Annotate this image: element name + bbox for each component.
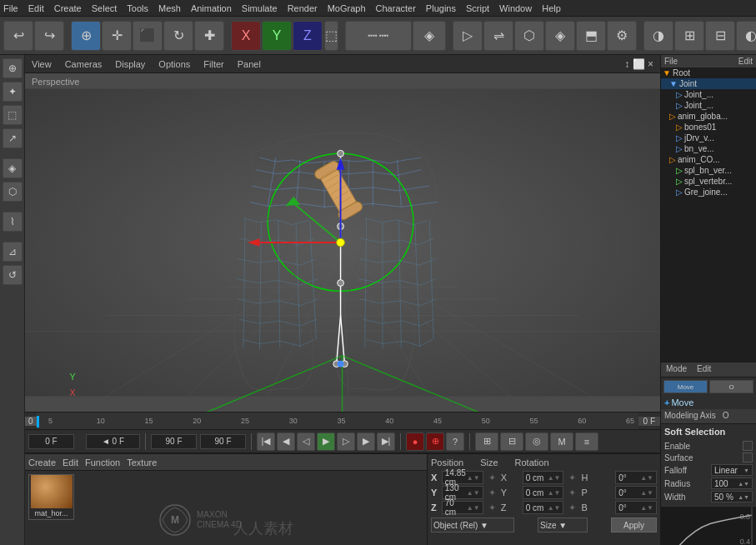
motion-button[interactable]: M	[550, 432, 573, 451]
frame-group-button[interactable]: ▪▪▪▪ ▪▪▪▪	[345, 21, 412, 51]
render-btn2[interactable]: ⇌	[483, 21, 513, 51]
max-frame-field[interactable]: 90 F	[151, 434, 197, 449]
menu-animation[interactable]: Animation	[191, 3, 232, 13]
tree-item-bones[interactable]: ▷ bones01	[661, 122, 756, 132]
keyframe-button[interactable]: ◈	[413, 21, 446, 51]
width-field[interactable]: 50 % ▲▼	[711, 491, 753, 502]
view-menu[interactable]: View	[28, 59, 55, 69]
panel-menu[interactable]: Panel	[234, 59, 264, 69]
menu-render[interactable]: Render	[288, 3, 318, 13]
y-size-field[interactable]: 0 cm▲▼	[523, 486, 564, 499]
enable-checkbox[interactable]	[743, 441, 753, 451]
snap-button[interactable]: ⊞	[475, 432, 498, 451]
tree-item-joint2[interactable]: ▷ Joint_...	[661, 89, 756, 100]
min-frame-field[interactable]: ◄ 0 F	[86, 434, 140, 449]
left-tool-3[interactable]: ⬚	[3, 105, 23, 125]
move-mode-btn[interactable]: Move	[663, 380, 708, 393]
menu-edit[interactable]: Edit	[28, 3, 44, 13]
select-tool-button[interactable]: ⊕	[71, 21, 101, 51]
surface-checkbox[interactable]	[743, 452, 753, 462]
x-pos-field[interactable]: 14.85 cm▲▼	[442, 471, 483, 484]
tree-item-gre[interactable]: ▷ Gre_joine...	[661, 187, 756, 198]
mat-tab-function[interactable]: Function	[85, 458, 120, 468]
tree-item-jdrv[interactable]: ▷ jDrv_v...	[661, 132, 756, 143]
render-btn6[interactable]: ⚙	[607, 21, 637, 51]
left-tool-2[interactable]: ✦	[3, 82, 23, 102]
tree-item-joint[interactable]: ▼ Joint	[661, 78, 756, 89]
menu-script[interactable]: Script	[466, 3, 489, 13]
left-tool-8[interactable]: ⊿	[3, 242, 23, 262]
tree-item-spl2[interactable]: ▷ spl_vertebr...	[661, 176, 756, 187]
apply-button[interactable]: Apply	[611, 518, 657, 532]
left-tool-5[interactable]: ◈	[3, 158, 23, 178]
menu-create[interactable]: Create	[54, 3, 82, 13]
left-tool-6[interactable]: ⬡	[3, 182, 23, 202]
extra-btn[interactable]: ≡	[575, 432, 598, 451]
menu-character[interactable]: Character	[376, 3, 416, 13]
render-btn3[interactable]: ⬡	[514, 21, 544, 51]
next-frame-button[interactable]: ▶	[357, 432, 375, 451]
falloff-dropdown[interactable]: Linear ▼	[711, 464, 753, 476]
menu-tools[interactable]: Tools	[127, 3, 148, 13]
auto-key-button[interactable]: ⊕	[426, 432, 444, 451]
display-btn2[interactable]: ⊞	[674, 21, 704, 51]
y-axis-button[interactable]: Y	[262, 21, 292, 51]
menu-plugins[interactable]: Plugins	[426, 3, 456, 13]
rotate-mode-btn[interactable]: O	[709, 380, 753, 393]
y-pos-field[interactable]: 130 cm▲▼	[442, 486, 483, 499]
current-frame-field[interactable]: 0 F	[28, 434, 74, 449]
all-tool-button[interactable]: ✚	[194, 21, 224, 51]
scale-tool-button[interactable]: ⬛	[133, 21, 163, 51]
scene-file-label[interactable]: File	[664, 57, 678, 66]
props-tab-mode[interactable]: Mode	[661, 362, 692, 377]
undo-button[interactable]: ↩	[3, 21, 33, 51]
redo-button[interactable]: ↪	[34, 21, 64, 51]
modeling-axis-label[interactable]: Modeling Axis	[661, 409, 719, 423]
play-button[interactable]: ▶	[317, 432, 335, 451]
go-end-button[interactable]: ▶|	[377, 432, 395, 451]
object-rel-dropdown[interactable]: Object (Rel) ▼	[431, 518, 514, 532]
menu-window[interactable]: Window	[499, 3, 532, 13]
record-button[interactable]: ●	[406, 432, 424, 451]
render-btn5[interactable]: ⬒	[576, 21, 606, 51]
mat-tab-create[interactable]: Create	[28, 458, 56, 468]
menu-mograph[interactable]: MoGraph	[328, 3, 366, 13]
rotate-tool-button[interactable]: ↻	[163, 21, 193, 51]
x-size-field[interactable]: 0 cm▲▼	[523, 471, 564, 484]
display-btn1[interactable]: ◑	[643, 21, 673, 51]
render-preview-button[interactable]: ◎	[525, 432, 548, 451]
left-tool-1[interactable]: ⊕	[3, 58, 23, 78]
display-menu[interactable]: Display	[112, 59, 148, 69]
x-axis-button[interactable]: X	[231, 21, 261, 51]
layers-button[interactable]: ⊟	[500, 432, 523, 451]
move-tool-button[interactable]: ✛	[102, 21, 132, 51]
tree-item-root[interactable]: ▼ Root	[661, 68, 756, 78]
left-tool-4[interactable]: ↗	[3, 128, 23, 148]
tree-item-anim[interactable]: ▷ anim_globa...	[661, 111, 756, 122]
material-item[interactable]: mat_hor...	[28, 474, 74, 520]
prev-key-button[interactable]: ◁	[297, 432, 315, 451]
z-size-field[interactable]: 0 cm▲▼	[523, 501, 564, 514]
scene-edit-label[interactable]: Edit	[738, 57, 753, 66]
x-rot-field[interactable]: 0°▲▼	[615, 471, 657, 484]
z-axis-button[interactable]: Z	[293, 21, 323, 51]
menu-help[interactable]: Help	[542, 3, 561, 13]
go-start-button[interactable]: |◀	[257, 432, 275, 451]
z-rot-field[interactable]: 0°▲▼	[615, 501, 657, 514]
display-btn3[interactable]: ⊟	[705, 21, 735, 51]
menu-file[interactable]: File	[3, 3, 18, 13]
next-key-button[interactable]: ▷	[337, 432, 355, 451]
props-tab-edit[interactable]: Edit	[692, 362, 716, 377]
tree-item-joint3[interactable]: ▷ Joint_...	[661, 100, 756, 111]
left-tool-7[interactable]: ⌇	[3, 212, 23, 232]
timeline-ruler[interactable]: 5 10 15 20 25 30 35 40 45 50 55 60 65	[37, 412, 638, 429]
render-btn4[interactable]: ◈	[545, 21, 575, 51]
key-all-button[interactable]: ?	[446, 432, 464, 451]
prev-frame-button[interactable]: ◀	[277, 432, 295, 451]
size-dropdown[interactable]: Size ▼	[538, 518, 588, 532]
tree-item-bn[interactable]: ▷ bn_ve...	[661, 143, 756, 154]
render-btn1[interactable]: ▷	[453, 21, 483, 51]
display-btn4[interactable]: ◐	[736, 21, 756, 51]
radius-field[interactable]: 100 ▲▼	[711, 478, 753, 489]
cameras-menu[interactable]: Cameras	[62, 59, 106, 69]
